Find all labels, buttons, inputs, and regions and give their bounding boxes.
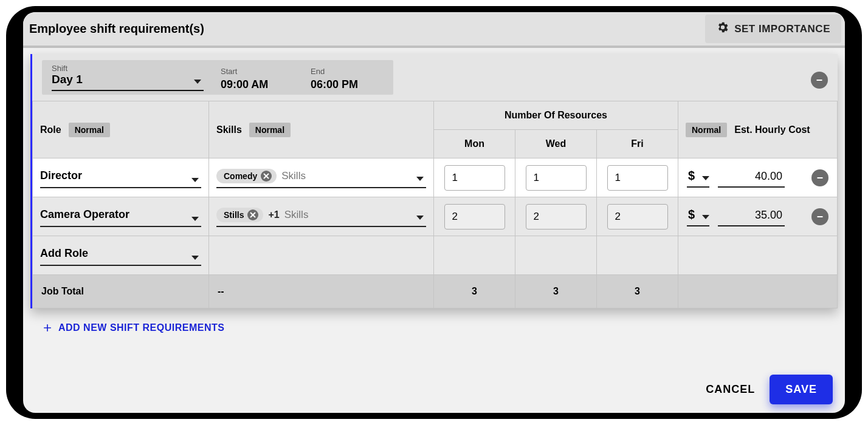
add-role-placeholder: Add Role <box>40 247 88 259</box>
chevron-down-icon <box>702 215 709 219</box>
day-fri: Fri <box>631 138 643 149</box>
chevron-down-icon <box>191 217 199 221</box>
end-time-block[interactable]: End 06:00 PM <box>311 67 384 91</box>
total-fri: 3 <box>635 286 640 296</box>
chip-label: Comedy <box>224 171 257 181</box>
svg-rect-1 <box>817 177 822 178</box>
add-new-label: ADD NEW SHIFT REQUIREMENTS <box>58 322 224 333</box>
end-label: End <box>311 67 384 76</box>
currency-symbol: $ <box>688 208 695 221</box>
chevron-down-icon <box>194 80 201 84</box>
gear-icon <box>716 21 729 37</box>
currency-select[interactable]: $ <box>687 168 709 188</box>
content-area: Shift Day 1 Start 09:00 AM End 06:00 PM <box>23 48 845 413</box>
total-label: Job Total <box>41 286 84 296</box>
chevron-down-icon <box>416 216 424 220</box>
count-input[interactable] <box>526 204 587 229</box>
remove-row-button[interactable] <box>811 208 828 225</box>
total-skills-dash: -- <box>218 286 224 296</box>
role-value: Director <box>40 169 82 182</box>
shift-block: Shift Day 1 Start 09:00 AM End 06:00 PM <box>42 60 393 95</box>
table-row: Director Comedy Skills $ <box>33 158 838 197</box>
total-wed: 3 <box>553 286 559 296</box>
set-importance-label: SET IMPORTANCE <box>734 23 830 35</box>
totals-row: Job Total -- 3 3 3 <box>33 275 838 308</box>
col-resources-label: Number Of Resources <box>505 110 607 121</box>
minus-icon <box>815 173 825 183</box>
start-time-block[interactable]: Start 09:00 AM <box>221 67 294 91</box>
day-wed: Wed <box>546 138 566 149</box>
chip-remove[interactable] <box>261 171 272 182</box>
add-new-shift-button[interactable]: ADD NEW SHIFT REQUIREMENTS <box>27 308 841 339</box>
remove-shift-button[interactable] <box>811 72 828 89</box>
skills-extra-count: +1 <box>268 209 279 220</box>
svg-rect-2 <box>817 216 822 217</box>
col-skills-label: Skills <box>216 124 242 135</box>
add-role-select[interactable]: Add Role <box>40 245 201 266</box>
count-input[interactable] <box>526 165 587 191</box>
svg-rect-0 <box>816 80 822 81</box>
header-bar: Employee shift requirement(s) SET IMPORT… <box>23 12 845 48</box>
skills-placeholder: Skills <box>281 170 306 182</box>
minus-icon <box>815 75 824 85</box>
cancel-button[interactable]: CANCEL <box>706 383 755 396</box>
role-select[interactable]: Director <box>40 167 201 188</box>
cost-input[interactable] <box>718 206 785 226</box>
skills-importance-badge[interactable]: Normal <box>249 123 291 137</box>
skill-chip: Comedy <box>216 169 277 183</box>
shift-value: Day 1 <box>52 73 204 86</box>
end-value: 06:00 PM <box>311 76 384 91</box>
count-input[interactable] <box>444 165 505 191</box>
shift-header: Shift Day 1 Start 09:00 AM End 06:00 PM <box>32 54 838 95</box>
save-button[interactable]: SAVE <box>770 375 833 404</box>
currency-symbol: $ <box>688 169 695 182</box>
chevron-down-icon <box>191 178 199 182</box>
skills-placeholder: Skills <box>284 209 309 221</box>
count-input[interactable] <box>607 165 668 191</box>
table-row: Camera Operator Stills +1 Skills $ <box>33 197 838 236</box>
chevron-down-icon <box>416 177 424 181</box>
role-value: Camera Operator <box>40 208 129 220</box>
app-screen: Employee shift requirement(s) SET IMPORT… <box>23 12 845 413</box>
start-label: Start <box>221 67 294 76</box>
footer-actions: CANCEL SAVE <box>706 375 833 404</box>
role-importance-badge[interactable]: Normal <box>69 123 110 137</box>
minus-icon <box>815 212 825 222</box>
chip-remove[interactable] <box>247 209 258 220</box>
col-cost-label: Est. Hourly Cost <box>734 124 810 135</box>
shift-label: Shift <box>52 64 204 73</box>
page-title: Employee shift requirement(s) <box>29 22 204 36</box>
cost-importance-badge[interactable]: Normal <box>686 123 727 137</box>
start-value: 09:00 AM <box>221 76 294 91</box>
chevron-down-icon <box>191 256 199 260</box>
cost-input[interactable] <box>718 168 785 188</box>
chevron-down-icon <box>702 176 709 180</box>
skills-select[interactable]: Stills +1 Skills <box>216 206 426 227</box>
total-mon: 3 <box>472 286 477 296</box>
tablet-frame: Employee shift requirement(s) SET IMPORT… <box>6 6 862 419</box>
day-mon: Mon <box>464 138 484 149</box>
shift-select[interactable]: Shift Day 1 <box>52 63 204 91</box>
count-input[interactable] <box>444 204 505 229</box>
add-role-row: Add Role <box>33 236 838 275</box>
skills-select[interactable]: Comedy Skills <box>216 168 426 188</box>
requirements-table: Role Normal Skills Normal <box>32 101 838 308</box>
set-importance-button[interactable]: SET IMPORTANCE <box>705 15 841 43</box>
shift-card: Shift Day 1 Start 09:00 AM End 06:00 PM <box>30 54 838 308</box>
skill-chip: Stills <box>216 208 263 222</box>
chip-label: Stills <box>224 210 244 220</box>
plus-icon <box>41 322 53 334</box>
remove-row-button[interactable] <box>811 169 828 186</box>
count-input[interactable] <box>607 204 668 229</box>
currency-select[interactable]: $ <box>687 206 709 226</box>
role-select[interactable]: Camera Operator <box>40 206 201 227</box>
col-role-label: Role <box>40 124 61 135</box>
